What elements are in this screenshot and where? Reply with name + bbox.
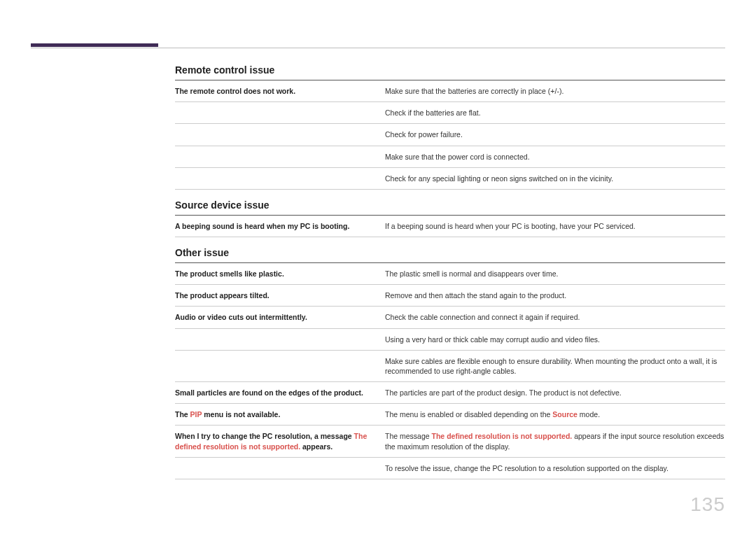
table-row: Using a very hard or thick cable may cor…	[175, 329, 725, 351]
text-span: mode.	[578, 410, 600, 419]
table-row: Make sure cables are flexible enough to …	[175, 351, 725, 382]
text-span: Using a very hard or thick cable may cor…	[385, 335, 600, 344]
text-span: Audio or video cuts out intermittently.	[175, 313, 307, 321]
solution-cell: Check for any special lighting or neon s…	[385, 174, 725, 183]
text-span: The	[175, 410, 190, 419]
text-span: The remote control does not work.	[175, 87, 295, 95]
text-span: To resolve the issue, change the PC reso…	[385, 464, 668, 472]
text-span: The menu is enabled or disabled dependin…	[385, 410, 552, 419]
table-row: The PIP menu is not available.The menu i…	[175, 404, 725, 426]
solution-cell: If a beeping sound is heard when your PC…	[385, 221, 725, 231]
solution-cell: Check the cable connection and connect i…	[385, 312, 725, 322]
text-span: Make sure that the power cord is connect…	[385, 153, 530, 161]
text-span: appears.	[300, 442, 332, 451]
text-span: When I try to change the PC resolution, …	[175, 432, 354, 440]
text-span: PIP	[190, 410, 202, 419]
text-span: The particles are part of the product de…	[385, 388, 622, 397]
table-row: The product smells like plastic.The plas…	[175, 263, 725, 285]
text-span: The product smells like plastic.	[175, 269, 284, 278]
table-row: Small particles are found on the edges o…	[175, 382, 725, 404]
issue-cell: The remote control does not work.	[175, 86, 385, 96]
table-row: When I try to change the PC resolution, …	[175, 426, 725, 457]
section-title: Other issue	[175, 247, 725, 258]
page-number: 135	[690, 493, 725, 516]
solution-cell: The plastic smell is normal and disappea…	[385, 269, 725, 279]
text-span: The product appears tilted.	[175, 291, 270, 300]
issue-cell: Small particles are found on the edges o…	[175, 388, 385, 398]
table-row: Check if the batteries are flat.	[175, 102, 725, 124]
solution-cell: Remove and then attach the stand again t…	[385, 290, 725, 300]
accent-bar	[31, 43, 158, 47]
solution-cell: The message The defined resolution is no…	[385, 431, 725, 451]
text-span: The plastic smell is normal and disappea…	[385, 269, 558, 278]
table-row: Check for any special lighting or neon s…	[175, 168, 725, 190]
text-span: Check the cable connection and connect i…	[385, 313, 580, 321]
table-row: Audio or video cuts out intermittently.C…	[175, 307, 725, 328]
text-span: A beeping sound is heard when my PC is b…	[175, 222, 349, 230]
text-span: If a beeping sound is heard when your PC…	[385, 222, 636, 230]
issue-cell: The PIP menu is not available.	[175, 409, 385, 419]
text-span: Check for power failure.	[385, 130, 463, 139]
table-row: Make sure that the power cord is connect…	[175, 146, 725, 168]
issue-cell: The product appears tilted.	[175, 290, 385, 300]
text-span: Check if the batteries are flat.	[385, 108, 481, 117]
text-span: Small particles are found on the edges o…	[175, 388, 363, 397]
table-row: The product appears tilted.Remove and th…	[175, 285, 725, 307]
text-span: Remove and then attach the stand again t…	[385, 291, 566, 300]
text-span: The message	[385, 432, 432, 440]
section-title: Remote control issue	[175, 64, 725, 76]
table-row: To resolve the issue, change the PC reso…	[175, 458, 725, 479]
text-span: menu is not available.	[202, 410, 280, 419]
top-rule	[31, 48, 725, 48]
solution-cell: Check if the batteries are flat.	[385, 108, 725, 118]
text-span: Check for any special lighting or neon s…	[385, 174, 613, 183]
text-span: The defined resolution is not supported.	[432, 432, 573, 440]
solution-cell: Make sure cables are flexible enough to …	[385, 356, 725, 376]
solution-cell: To resolve the issue, change the PC reso…	[385, 463, 725, 473]
issue-cell: When I try to change the PC resolution, …	[175, 431, 385, 451]
solution-cell: The particles are part of the product de…	[385, 388, 725, 398]
text-span: Make sure that the batteries are correct…	[385, 87, 564, 95]
page-content: Remote control issueThe remote control d…	[175, 64, 725, 479]
issue-cell: Audio or video cuts out intermittently.	[175, 312, 385, 322]
table-row: Check for power failure.	[175, 124, 725, 146]
table-row: A beeping sound is heard when my PC is b…	[175, 216, 725, 237]
solution-cell: Check for power failure.	[385, 129, 725, 139]
text-span: Source	[552, 410, 578, 419]
solution-cell: The menu is enabled or disabled dependin…	[385, 409, 725, 419]
solution-cell: Make sure that the power cord is connect…	[385, 152, 725, 162]
solution-cell: Make sure that the batteries are correct…	[385, 86, 725, 96]
solution-cell: Using a very hard or thick cable may cor…	[385, 335, 725, 344]
issue-cell: The product smells like plastic.	[175, 269, 385, 279]
issue-cell: A beeping sound is heard when my PC is b…	[175, 221, 385, 231]
table-row: The remote control does not work.Make su…	[175, 80, 725, 102]
text-span: Make sure cables are flexible enough to …	[385, 357, 717, 375]
section-title: Source device issue	[175, 199, 725, 211]
